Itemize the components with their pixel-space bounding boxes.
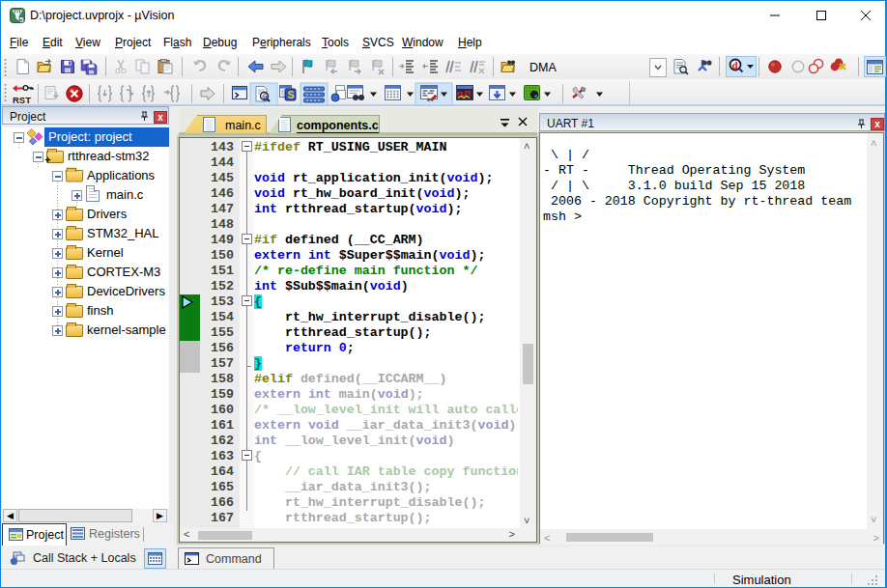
svg-text:S: S	[288, 89, 295, 100]
svg-text:5: 5	[19, 15, 23, 23]
svg-text:d: d	[732, 59, 738, 70]
svg-text:RST: RST	[13, 95, 31, 105]
